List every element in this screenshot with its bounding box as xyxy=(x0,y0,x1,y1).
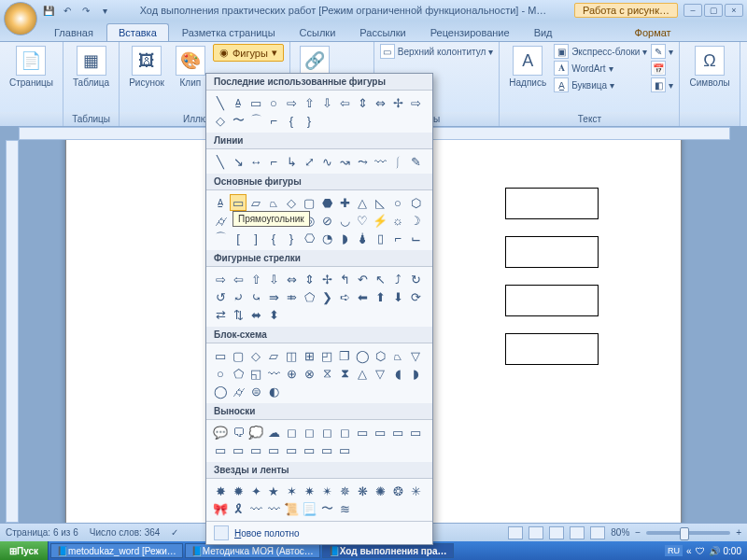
shape-diamond[interactable]: ◇ xyxy=(283,194,300,211)
shape-arrow-callout-down[interactable]: ⬇ xyxy=(389,288,406,305)
shape-bracket-right[interactable]: ] xyxy=(247,230,264,246)
taskbar-item[interactable]: 📘 metodukaz_word [Режи… xyxy=(50,543,183,558)
view-full-screen[interactable] xyxy=(529,526,543,539)
vertical-ruler[interactable] xyxy=(6,140,19,523)
shape-arrow-quad[interactable]: ✢ xyxy=(389,94,406,111)
shape-callout-ba1[interactable]: ▭ xyxy=(283,441,300,458)
shape-explosion2[interactable]: ✹ xyxy=(230,483,247,499)
textbox-button[interactable]: A Надпись xyxy=(505,44,550,90)
shape-arrow-curved-left[interactable]: ↺ xyxy=(212,288,229,305)
shape-arrow-curved-up[interactable]: ⤾ xyxy=(230,288,247,305)
zoom-out[interactable]: − xyxy=(635,527,641,538)
shape-rectangle[interactable] xyxy=(505,236,599,268)
shape-can[interactable]: ⌭ xyxy=(212,212,229,229)
shape-arrow-striped[interactable]: ⇛ xyxy=(265,288,282,305)
shape-brace-right[interactable]: } xyxy=(283,230,300,246)
contextual-tab[interactable]: Работа с рисунк… xyxy=(574,3,678,18)
shape-elbow-double[interactable]: ⤢ xyxy=(301,153,317,170)
header-button[interactable]: ▭Верхний колонтитул ▾ xyxy=(380,44,494,59)
start-button[interactable]: ⊞ Пуск xyxy=(0,541,49,560)
maximize-button[interactable]: ▢ xyxy=(704,4,723,17)
shape-callout-cloud[interactable]: ☁ xyxy=(265,424,282,441)
shape-line[interactable]: ╲ xyxy=(212,94,229,111)
view-outline[interactable] xyxy=(570,526,585,539)
shape-arrow-right[interactable]: ⇨ xyxy=(212,271,229,287)
new-canvas-button[interactable]: ННовое полотноовое полотно xyxy=(206,521,432,544)
shape-callout-accent4[interactable]: ▭ xyxy=(407,424,424,441)
dropcap-button[interactable]: A̲Буквица ▾ xyxy=(554,77,647,92)
shape-star32[interactable]: ✳ xyxy=(407,483,424,499)
shape-callout-border1[interactable]: ▭ xyxy=(212,441,229,458)
shape-fc-collate[interactable]: ⧖ xyxy=(318,365,335,382)
shape-lightning[interactable]: ⚡ xyxy=(372,212,388,229)
tray-icon[interactable]: 🛡 xyxy=(696,546,705,556)
shape-callout-accent2[interactable]: ▭ xyxy=(372,424,388,441)
shape-rectangle[interactable]: ▭ xyxy=(230,194,247,211)
zoom-level[interactable]: 80% xyxy=(611,527,629,538)
shape-ribbon-curved-down[interactable]: 〰 xyxy=(265,500,282,517)
shape-brace-left[interactable]: { xyxy=(283,112,300,129)
shape-fc-internal-storage[interactable]: ⊞ xyxy=(301,347,317,364)
minimize-button[interactable]: – xyxy=(684,4,702,17)
view-draft[interactable] xyxy=(590,526,605,539)
status-page[interactable]: Страница: 6 из 6 xyxy=(6,527,78,538)
shape-plaque[interactable]: ⎔ xyxy=(301,230,317,246)
shape-callout-ba4[interactable]: ▭ xyxy=(336,441,353,458)
shape-fc-manual-input[interactable]: ⏢ xyxy=(389,347,406,364)
shape-callout-ba2[interactable]: ▭ xyxy=(301,441,317,458)
shape-star5[interactable]: ★ xyxy=(265,483,282,499)
shape-callout-ba3[interactable]: ▭ xyxy=(318,441,335,458)
shape-arc[interactable]: ⌒ xyxy=(247,112,264,129)
shape-pie[interactable]: ◔ xyxy=(318,230,335,246)
shape-oval[interactable]: ○ xyxy=(389,194,406,211)
shape-fc-manual-op[interactable]: ▽ xyxy=(407,347,424,364)
shape-scroll-v[interactable]: 📜 xyxy=(283,500,300,517)
shape-arrow-down[interactable]: ⇩ xyxy=(318,94,335,111)
shape-curve-conn[interactable]: ∿ xyxy=(318,153,335,170)
datetime-button[interactable]: 📅 xyxy=(651,61,673,76)
shape-arrow-left[interactable]: ⇦ xyxy=(230,271,247,287)
language-indicator[interactable]: RU xyxy=(665,545,683,556)
shape-l-shape[interactable]: ⌙ xyxy=(407,230,424,246)
shape-double-arrow[interactable]: ↔ xyxy=(247,153,264,170)
shape-callout-rect[interactable]: 💬 xyxy=(212,424,229,441)
shape-scribble[interactable]: 〰 xyxy=(372,153,388,170)
tray-icon[interactable]: « xyxy=(686,546,692,556)
shape-arrow-callout-left[interactable]: ⬅ xyxy=(354,288,371,305)
shape-star7[interactable]: ✷ xyxy=(301,483,317,499)
shape-curve[interactable]: 〜 xyxy=(230,112,247,129)
shape-bracket-left[interactable]: [ xyxy=(230,230,247,246)
picture-button[interactable]: 🖼 Рисунок xyxy=(125,44,168,90)
shape-fc-tape[interactable]: 〰 xyxy=(265,365,282,382)
shape-arrow-updown[interactable]: ⇕ xyxy=(354,94,371,111)
shape-ribbon-down[interactable]: 🎗 xyxy=(230,500,247,517)
shape-fc-multidoc[interactable]: ❐ xyxy=(336,347,353,364)
shape-arrow-line[interactable]: ↘ xyxy=(230,153,247,170)
clock[interactable]: 0:00 xyxy=(724,546,741,556)
tab-review[interactable]: Рецензирование xyxy=(419,24,521,41)
shape-elbow[interactable]: ⌐ xyxy=(265,153,282,170)
shape-freeform[interactable]: ◇ xyxy=(212,112,229,129)
shape-arrow-d[interactable]: ⬍ xyxy=(265,306,282,323)
shape-fc-process[interactable]: ▭ xyxy=(212,347,229,364)
shape-arrow-updown[interactable]: ⇕ xyxy=(301,271,317,287)
shape-fc-offpage[interactable]: ⬠ xyxy=(230,365,247,382)
tab-insert[interactable]: Вставка xyxy=(106,23,169,41)
shape-parallelogram[interactable]: ▱ xyxy=(247,194,264,211)
shape-star6[interactable]: ✶ xyxy=(283,483,300,499)
tab-home[interactable]: Главная xyxy=(43,24,105,41)
tab-format[interactable]: Формат xyxy=(624,24,683,41)
shape-arrow-a[interactable]: ⇄ xyxy=(212,306,229,323)
shape-arrow-left[interactable]: ⇦ xyxy=(336,94,353,111)
shape-moon[interactable]: ☽ xyxy=(407,212,424,229)
shape-fc-preparation[interactable]: ⬡ xyxy=(372,347,388,364)
shape-callout-oval[interactable]: 💭 xyxy=(247,424,264,441)
shape-callout-line2[interactable]: ◻ xyxy=(301,424,317,441)
shape-fc-connector[interactable]: ○ xyxy=(212,365,229,382)
shape-arrow-b[interactable]: ⇅ xyxy=(230,306,247,323)
shape-fc-decision[interactable]: ◇ xyxy=(247,347,264,364)
shape-half-frame[interactable]: ⌐ xyxy=(389,230,406,246)
status-proofing-icon[interactable]: ✓ xyxy=(171,527,178,538)
undo-icon[interactable]: ↶ xyxy=(60,3,75,18)
shape-freeform[interactable]: ⎰ xyxy=(389,153,406,170)
